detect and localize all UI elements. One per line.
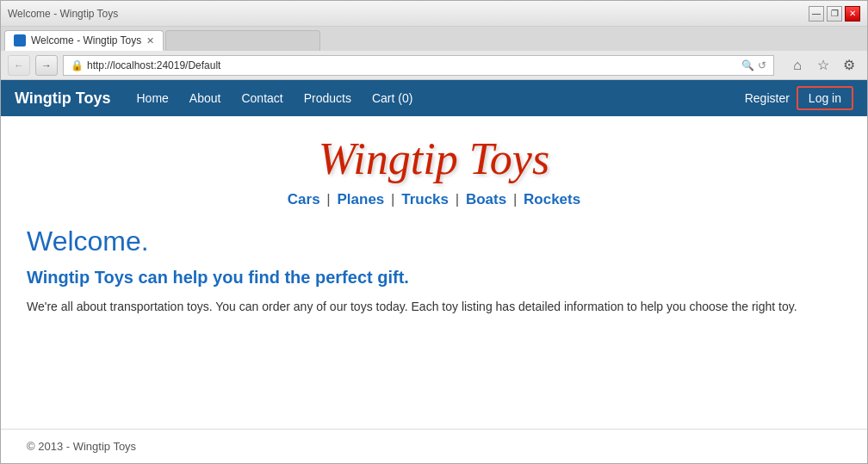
search-icon[interactable]: 🔍 xyxy=(741,59,754,71)
separator-1: | xyxy=(326,191,330,207)
separator-2: | xyxy=(391,191,394,207)
navbar-right: Register Log in xyxy=(745,86,853,110)
nav-products[interactable]: Products xyxy=(295,88,360,108)
active-tab[interactable]: Welcome - Wingtip Toys ✕ xyxy=(4,30,164,51)
category-boats[interactable]: Boats xyxy=(466,191,506,207)
title-bar-left: Welcome - Wingtip Toys xyxy=(8,8,118,20)
title-bar: Welcome - Wingtip Toys — ❐ ✕ xyxy=(1,1,867,27)
nav-about[interactable]: About xyxy=(181,88,230,108)
settings-icon[interactable]: ⚙ xyxy=(838,55,860,76)
navbar-brand[interactable]: Wingtip Toys xyxy=(15,90,111,108)
tab-favicon xyxy=(14,34,26,46)
category-planes[interactable]: Planes xyxy=(338,191,385,207)
home-icon[interactable]: ⌂ xyxy=(786,55,809,76)
forward-button[interactable]: → xyxy=(35,55,58,76)
site-logo: Wingtip Toys xyxy=(27,133,841,184)
welcome-text: We're all about transportation toys. You… xyxy=(27,298,841,316)
logo-container: Wingtip Toys xyxy=(27,133,841,184)
tab-close-button[interactable]: ✕ xyxy=(146,35,154,46)
footer-text: © 2013 - Wingtip Toys xyxy=(27,440,136,453)
address-bar: ← → 🔒 http://localhost:24019/Default 🔍 ↺… xyxy=(1,51,867,80)
url-input-container[interactable]: 🔒 http://localhost:24019/Default 🔍 ↺ xyxy=(63,55,774,76)
minimize-button[interactable]: — xyxy=(809,6,824,22)
tab-label: Welcome - Wingtip Toys xyxy=(31,34,141,46)
browser-title: Welcome - Wingtip Toys xyxy=(8,8,118,20)
category-links: Cars | Planes | Trucks | Boats | Rockets xyxy=(27,191,841,208)
window-controls: — ❐ ✕ xyxy=(809,6,860,22)
register-link[interactable]: Register xyxy=(745,91,790,105)
site-content: Wingtip Toys Home About Contact Products… xyxy=(1,80,867,463)
url-text: http://localhost:24019/Default xyxy=(87,59,738,71)
welcome-heading: Welcome. xyxy=(27,226,841,257)
close-button[interactable]: ✕ xyxy=(845,6,860,22)
nav-cart[interactable]: Cart (0) xyxy=(363,88,421,108)
navbar-links: Home About Contact Products Cart (0) xyxy=(128,88,745,108)
browser-window: Welcome - Wingtip Toys — ❐ ✕ Welcome - W… xyxy=(0,0,868,464)
tab-bar: Welcome - Wingtip Toys ✕ xyxy=(1,27,867,51)
login-button[interactable]: Log in xyxy=(797,86,853,110)
nav-contact[interactable]: Contact xyxy=(232,88,291,108)
category-cars[interactable]: Cars xyxy=(288,191,320,207)
favorites-icon[interactable]: ☆ xyxy=(812,55,834,76)
url-favicon-icon: 🔒 xyxy=(71,59,84,71)
category-trucks[interactable]: Trucks xyxy=(401,191,449,207)
separator-3: | xyxy=(456,191,459,207)
new-tab-area xyxy=(165,30,320,51)
page-body: Wingtip Toys Cars | Planes | Trucks | Bo… xyxy=(1,116,867,429)
navbar: Wingtip Toys Home About Contact Products… xyxy=(1,80,867,116)
refresh-icon[interactable]: ↺ xyxy=(758,59,766,71)
nav-home[interactable]: Home xyxy=(128,88,177,108)
toolbar-icons: ⌂ ☆ ⚙ xyxy=(786,55,860,76)
separator-4: | xyxy=(513,191,517,207)
back-button[interactable]: ← xyxy=(8,55,30,76)
restore-button[interactable]: ❐ xyxy=(827,6,842,22)
category-rockets[interactable]: Rockets xyxy=(524,191,580,207)
page-footer: © 2013 - Wingtip Toys xyxy=(1,429,867,463)
welcome-subheading: Wingtip Toys can help you find the perfe… xyxy=(27,268,841,288)
